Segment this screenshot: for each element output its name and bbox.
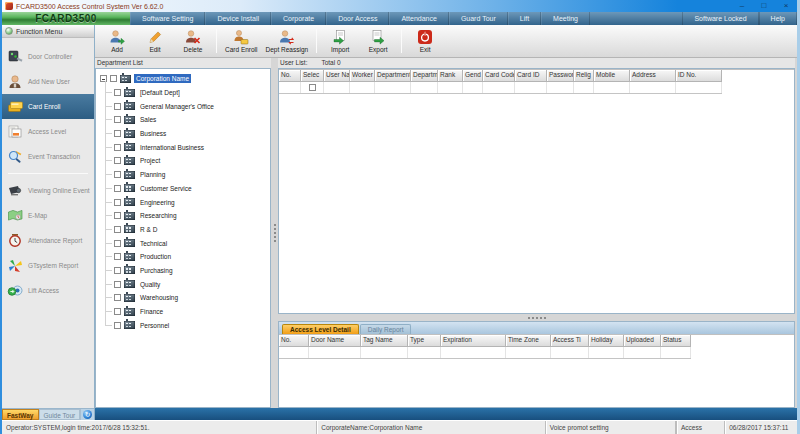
menu-door-access[interactable]: Door Access xyxy=(326,12,389,25)
menu-guard-tour[interactable]: Guard Tour xyxy=(449,12,508,25)
dept-label[interactable]: Purchasing xyxy=(138,266,175,275)
dept-checkbox[interactable] xyxy=(114,240,121,247)
tree-dept-node[interactable]: Purchasing xyxy=(113,264,270,278)
column-header[interactable]: Worker N xyxy=(350,70,375,82)
tree-dept-node[interactable]: Researching xyxy=(113,209,270,223)
dept-checkbox[interactable] xyxy=(114,130,121,137)
column-header[interactable]: Passwor xyxy=(547,70,574,82)
menu-corporate[interactable]: Corporate xyxy=(271,12,326,25)
tree-dept-node[interactable]: Engineering xyxy=(113,195,270,209)
tree-dept-node[interactable]: Finance xyxy=(113,305,270,319)
column-header[interactable]: Gend xyxy=(463,70,483,82)
sidebar-item-attendance-report[interactable]: Attendance Report xyxy=(2,228,94,253)
tab-access-level-detail[interactable]: Access Level Detail xyxy=(282,324,359,334)
delete-button[interactable]: Delete xyxy=(174,26,212,57)
dept-checkbox[interactable] xyxy=(114,226,121,233)
sidebar-item-e-map[interactable]: E-Map xyxy=(2,203,94,228)
dept-checkbox[interactable] xyxy=(114,185,121,192)
column-header[interactable]: Holiday xyxy=(589,335,624,347)
root-label[interactable]: Corporation Name xyxy=(134,74,191,83)
dept-checkbox[interactable] xyxy=(114,103,121,110)
sidebar-item-access-level[interactable]: Access Level xyxy=(2,119,94,144)
dept-label[interactable]: Planning xyxy=(138,170,167,179)
dept-checkbox[interactable] xyxy=(114,144,121,151)
menu-meeting[interactable]: Meeting xyxy=(541,12,590,25)
column-header[interactable]: User Nam xyxy=(324,70,350,82)
user-table-empty-row[interactable] xyxy=(279,82,722,94)
dept-label[interactable]: Warehousing xyxy=(138,293,180,302)
export-button[interactable]: Export xyxy=(359,26,397,57)
column-header[interactable]: No. xyxy=(279,335,309,347)
sidebar-item-event-transaction[interactable]: Event Transaction xyxy=(2,144,94,169)
column-header[interactable]: Selec xyxy=(301,70,324,82)
minimize-button[interactable]: – xyxy=(731,0,753,12)
dept-checkbox[interactable] xyxy=(114,308,121,315)
column-header[interactable]: Address xyxy=(630,70,676,82)
column-header[interactable]: Access Ti xyxy=(551,335,589,347)
menu-software-locked[interactable]: Software Locked xyxy=(682,12,758,25)
menu-software-setting[interactable]: Software Setting xyxy=(130,12,205,25)
dept-checkbox[interactable] xyxy=(114,322,121,329)
tree-dept-node[interactable]: Project xyxy=(113,154,270,168)
dept-checkbox[interactable] xyxy=(114,171,121,178)
tree-dept-node[interactable]: R & D xyxy=(113,223,270,237)
column-header[interactable]: Relig xyxy=(574,70,594,82)
tree-dept-node[interactable]: Warehousing xyxy=(113,291,270,305)
tree-dept-node[interactable]: Sales xyxy=(113,113,270,127)
menu-device-install[interactable]: Device Install xyxy=(205,12,271,25)
dept-checkbox[interactable] xyxy=(114,199,121,206)
dept-label[interactable]: General Manager's Office xyxy=(138,102,216,111)
dept-label[interactable]: Engineering xyxy=(138,198,177,207)
dept-label[interactable]: Production xyxy=(138,252,173,261)
dept-label[interactable]: Sales xyxy=(138,115,158,124)
dept-checkbox[interactable] xyxy=(114,267,121,274)
edit-button[interactable]: Edit xyxy=(136,26,174,57)
dept-label[interactable]: Researching xyxy=(138,211,179,220)
sidebar-item-lift-access[interactable]: Lift Access xyxy=(2,278,94,303)
column-header[interactable]: Departme xyxy=(411,70,438,82)
dept-label[interactable]: [Default Dept] xyxy=(138,88,182,97)
dept-checkbox[interactable] xyxy=(114,89,121,96)
dept-checkbox[interactable] xyxy=(114,294,121,301)
dept-label[interactable]: Personnel xyxy=(138,321,171,330)
tree-dept-node[interactable]: [Default Dept] xyxy=(113,86,270,100)
tree-dept-node[interactable]: Planning xyxy=(113,168,270,182)
maximize-button[interactable]: □ xyxy=(753,0,775,12)
column-header[interactable]: Rank xyxy=(438,70,463,82)
menu-attendance[interactable]: Attendance xyxy=(389,12,448,25)
tree-dept-node[interactable]: General Manager's Office xyxy=(113,99,270,113)
dept-checkbox[interactable] xyxy=(114,281,121,288)
dept-label[interactable]: Technical xyxy=(138,239,169,248)
column-header[interactable]: ID No. xyxy=(676,70,722,82)
dept-label[interactable]: R & D xyxy=(138,225,159,234)
column-header[interactable]: Department xyxy=(375,70,411,82)
tab-daily-report[interactable]: Daily Report xyxy=(360,324,412,334)
tree-dept-node[interactable]: Business xyxy=(113,127,270,141)
dept-label[interactable]: Business xyxy=(138,129,168,138)
row-select-checkbox[interactable] xyxy=(309,84,316,91)
dept-label[interactable]: Finance xyxy=(138,307,165,316)
dept-reassign-button[interactable]: Dept Reassign xyxy=(262,26,313,57)
root-checkbox[interactable] xyxy=(110,75,117,82)
column-header[interactable]: Uploaded xyxy=(624,335,661,347)
vertical-splitter[interactable] xyxy=(271,58,278,408)
column-header[interactable]: Type xyxy=(408,335,441,347)
sidebar-item-add-new-user[interactable]: Add New User xyxy=(2,69,94,94)
dept-checkbox[interactable] xyxy=(114,157,121,164)
tree-dept-node[interactable]: Quality xyxy=(113,277,270,291)
dept-label[interactable]: Quality xyxy=(138,280,162,289)
sidebar-item-door-controller[interactable]: Door Controller xyxy=(2,44,94,69)
sidebar-item-viewing-online-event[interactable]: Viewing Online Event xyxy=(2,178,94,203)
add-button[interactable]: Add xyxy=(98,26,136,57)
dept-checkbox[interactable] xyxy=(114,253,121,260)
access-level-empty-row[interactable] xyxy=(279,347,691,359)
menu-help[interactable]: Help xyxy=(759,12,797,25)
tab-guide-tour[interactable]: Guide Tour xyxy=(39,409,81,420)
tree-dept-node[interactable]: Customer Service xyxy=(113,182,270,196)
horizontal-splitter[interactable] xyxy=(278,314,795,321)
sidebar-help-tab[interactable]: ↻ xyxy=(80,409,94,420)
dept-label[interactable]: International Business xyxy=(138,143,206,152)
dept-label[interactable]: Project xyxy=(138,156,162,165)
column-header[interactable]: Time Zone xyxy=(506,335,551,347)
card-enroll-button[interactable]: Card Enroll xyxy=(221,26,262,57)
